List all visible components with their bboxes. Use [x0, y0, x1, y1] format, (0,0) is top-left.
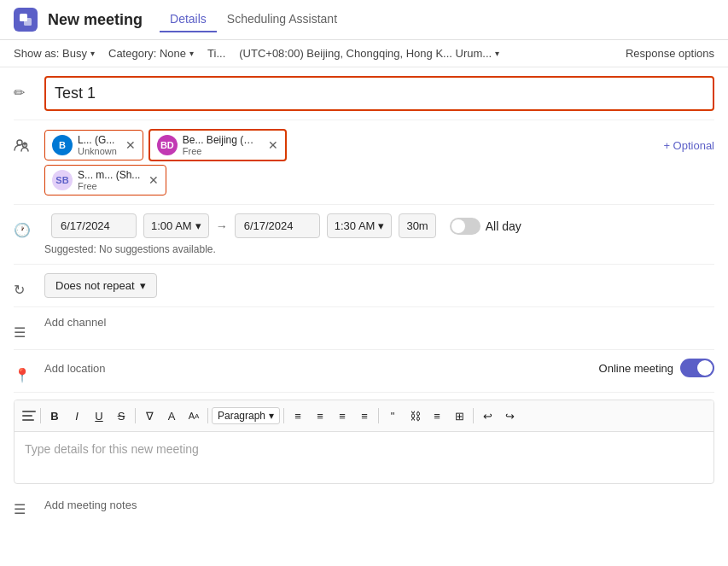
- attendee-chip-b: B L... (G... Unknown ✕: [44, 130, 143, 160]
- list-format-icon: [21, 406, 37, 426]
- online-meeting-toggle[interactable]: [680, 359, 714, 377]
- allday-switch[interactable]: [450, 218, 480, 235]
- avatar-bd: BD: [157, 135, 178, 155]
- toolbar-separator-6: [473, 408, 474, 423]
- quote-button[interactable]: ": [382, 406, 403, 426]
- paragraph-chevron-icon: ▾: [269, 410, 274, 422]
- category-chevron-icon: ▾: [189, 49, 194, 58]
- repeat-chevron-icon: ▾: [140, 279, 146, 292]
- bottom-row: ☰ Add meeting notes: [14, 484, 714, 526]
- attendees-area: B L... (G... Unknown ✕ BD Be... Beijing …: [44, 129, 714, 161]
- chip-close-bd[interactable]: ✕: [268, 138, 278, 152]
- channel-icon: ☰: [14, 316, 44, 341]
- suggestion-text: Suggested: No suggestions available.: [44, 243, 216, 255]
- title-input-wrap: [44, 76, 714, 111]
- italic-button[interactable]: I: [67, 406, 87, 426]
- toolbar-separator-5: [378, 408, 379, 423]
- font-color-button[interactable]: ∇: [139, 406, 160, 426]
- toolbar-separator-1: [40, 408, 41, 423]
- end-date-input[interactable]: 6/17/2024: [235, 213, 320, 238]
- chip-name-b: L... (G...: [78, 134, 117, 146]
- timezone-chevron-icon: ▾: [495, 49, 499, 58]
- tab-details[interactable]: Details: [160, 7, 217, 32]
- tab-scheduling-assistant[interactable]: Scheduling Assistant: [217, 7, 347, 32]
- highlight-button[interactable]: A: [161, 406, 182, 426]
- repeat-icon: ↻: [14, 273, 44, 298]
- add-location-button[interactable]: Add location: [44, 362, 106, 375]
- undo-button[interactable]: ↩: [477, 406, 498, 426]
- chip-name-bd: Be... Beijing (Sh...: [183, 134, 259, 146]
- numbered-list-button[interactable]: ≡: [354, 406, 375, 426]
- chip-status-b: Unknown: [78, 146, 117, 156]
- editor-toolbar: B I U S ∇ A AA Paragraph ▾ ≡ ≡ ≡ ≡ " ⛓ ≡…: [15, 400, 713, 432]
- online-meeting-label: Online meeting: [599, 362, 673, 375]
- response-options-button[interactable]: Response options: [626, 47, 714, 60]
- online-meeting-wrap: Online meeting: [599, 359, 714, 377]
- category-dropdown[interactable]: Category: None ▾: [108, 47, 194, 60]
- add-channel-button[interactable]: Add channel: [44, 316, 106, 329]
- chip-close-b[interactable]: ✕: [125, 138, 136, 152]
- teams-icon: [14, 8, 38, 32]
- start-time-chevron-icon: ▾: [195, 219, 201, 232]
- location-row: 📍 Add location Online meeting: [14, 350, 714, 393]
- justify-button[interactable]: ≡: [427, 406, 447, 426]
- online-meeting-knob: [697, 360, 713, 376]
- title-input[interactable]: [44, 76, 714, 111]
- bold-button[interactable]: B: [44, 406, 65, 426]
- start-date-input[interactable]: 6/17/2024: [51, 213, 137, 238]
- title-row: ✏: [14, 67, 714, 120]
- attendees-icon: [14, 137, 44, 153]
- repeat-label: Does not repeat: [55, 279, 135, 292]
- allday-knob: [451, 219, 465, 233]
- toolbar: Show as: Busy ▾ Category: None ▾ Ti... (…: [0, 40, 728, 67]
- datetime-fields: 🕐 6/17/2024 1:00 AM ▾ → 6/17/2024 1:30 A…: [14, 213, 714, 238]
- chip-status-bd: Free: [183, 146, 259, 156]
- timezone-full[interactable]: (UTC+08:00) Beijing, Chongqing, Hong K..…: [239, 47, 499, 60]
- page-title: New meeting: [48, 11, 143, 29]
- align-center-button[interactable]: ≡: [310, 406, 330, 426]
- bullet-list-button[interactable]: ≡: [332, 406, 352, 426]
- form-area: ✏ B L... (G... Unknown: [0, 67, 728, 393]
- attendees-row2: SB S... m... (Sh... Free ✕: [14, 165, 714, 195]
- location-icon: 📍: [14, 359, 44, 383]
- arrow-icon: →: [216, 219, 228, 233]
- header-tabs: Details Scheduling Assistant: [160, 7, 347, 32]
- edit-icon: ✏: [14, 76, 44, 101]
- datetime-row: 🕐 6/17/2024 1:00 AM ▾ → 6/17/2024 1:30 A…: [14, 205, 714, 265]
- redo-button[interactable]: ↪: [499, 406, 520, 426]
- show-as-chevron-icon: ▾: [90, 49, 95, 58]
- channel-row: ☰ Add channel: [14, 307, 714, 350]
- table-button[interactable]: ⊞: [449, 406, 469, 426]
- chip-status-sb: Free: [78, 181, 140, 191]
- align-left-button[interactable]: ≡: [288, 406, 308, 426]
- allday-toggle[interactable]: All day: [450, 218, 521, 235]
- paragraph-style-select[interactable]: Paragraph ▾: [212, 407, 280, 424]
- avatar-sb: SB: [52, 170, 73, 190]
- link-button[interactable]: ⛓: [405, 406, 425, 426]
- end-time-select[interactable]: 1:30 AM ▾: [327, 213, 393, 238]
- suggestion-area: Suggested: No suggestions available.: [14, 242, 216, 255]
- toolbar-separator-3: [207, 408, 208, 423]
- bottom-area: ☰ Add meeting notes: [0, 484, 728, 526]
- chip-name-sb: S... m... (Sh...: [78, 169, 140, 181]
- notes-icon: ☰: [14, 493, 44, 517]
- show-as-dropdown[interactable]: Show as: Busy ▾: [14, 47, 95, 60]
- repeat-select[interactable]: Does not repeat ▾: [44, 273, 157, 298]
- clock-icon: 🕐: [14, 213, 44, 238]
- strikethrough-button[interactable]: S: [111, 406, 131, 426]
- attendee-chip-bd: BD Be... Beijing (Sh... Free ✕: [149, 129, 287, 161]
- chip-close-sb[interactable]: ✕: [149, 173, 159, 187]
- add-meeting-notes-button[interactable]: Add meeting notes: [44, 499, 137, 511]
- font-size-button[interactable]: AA: [183, 406, 204, 426]
- start-time-select[interactable]: 1:00 AM ▾: [143, 213, 209, 238]
- optional-button[interactable]: + Optional: [663, 139, 714, 152]
- toolbar-separator-4: [283, 408, 284, 423]
- underline-button[interactable]: U: [89, 406, 109, 426]
- editor-body[interactable]: Type details for this new meeting: [15, 432, 713, 483]
- svg-rect-1: [24, 18, 32, 26]
- header: New meeting Details Scheduling Assistant: [0, 0, 728, 40]
- repeat-row: ↻ Does not repeat ▾: [14, 265, 714, 307]
- timezone-short[interactable]: Ti...: [207, 47, 225, 60]
- svg-point-2: [17, 140, 22, 145]
- allday-label: All day: [486, 219, 521, 233]
